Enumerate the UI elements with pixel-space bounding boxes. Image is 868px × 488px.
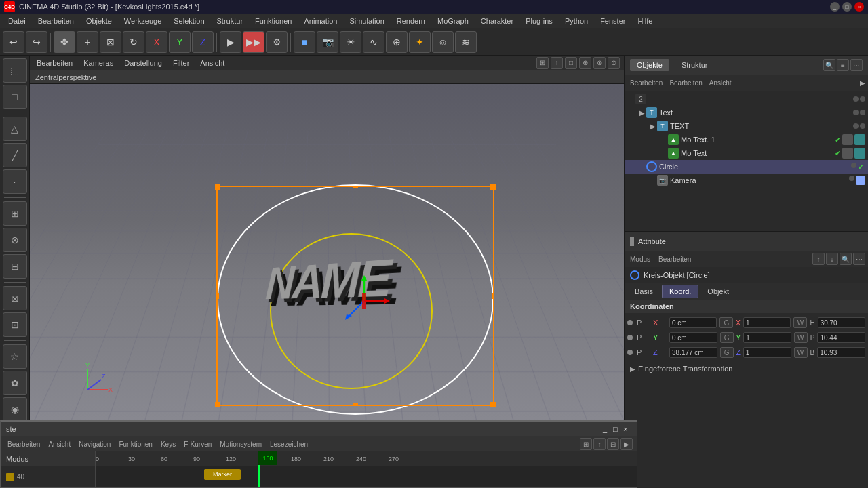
menu-hilfe[interactable]: Hilfe: [632, 16, 658, 26]
vt-filter[interactable]: Filter: [170, 58, 192, 68]
vt-bearbeiten[interactable]: Bearbeiten: [34, 58, 75, 68]
attr-search-btn[interactable]: 🔍: [840, 253, 852, 265]
obj-toolbar-ansicht[interactable]: Bearbeiten: [667, 79, 705, 87]
vt-kameras[interactable]: Kameras: [81, 58, 116, 68]
menu-mograph[interactable]: MoGraph: [432, 16, 474, 26]
tree-item-TEXT[interactable]: ▶ T TEXT: [625, 119, 868, 133]
menu-objekte[interactable]: Objekte: [81, 16, 117, 26]
obj-toolbar-bearbeiten[interactable]: Bearbeiten: [627, 79, 665, 87]
polygon-button[interactable]: △: [3, 117, 27, 141]
y-axis-button[interactable]: Y: [169, 31, 191, 53]
attr-xval-input[interactable]: 1: [743, 317, 791, 328]
frozen-expand-arrow[interactable]: ▶: [630, 365, 635, 373]
attr-h-input[interactable]: 30.70: [818, 317, 865, 328]
vt-ansicht[interactable]: Ansicht: [197, 58, 227, 68]
attr-tab-basis[interactable]: Basis: [627, 285, 660, 298]
tree-item-circle[interactable]: Circle ✔: [625, 160, 868, 174]
undo-button[interactable]: ↩: [3, 31, 24, 53]
menu-fenster[interactable]: Fenster: [595, 16, 631, 26]
cube-button[interactable]: ■: [294, 31, 315, 53]
ft-navigation[interactable]: Navigation: [76, 441, 113, 448]
attr-btn-1[interactable]: ↑: [812, 253, 825, 265]
plugin2-button[interactable]: ✿: [3, 371, 27, 395]
vt-darstellung[interactable]: Darstellung: [121, 58, 165, 68]
ft-lesezeichen[interactable]: Lesezeichen: [267, 441, 311, 448]
attr-btn-2[interactable]: ↓: [826, 253, 838, 265]
tree-item-text[interactable]: ▶ T Text: [625, 106, 868, 119]
magnet-button[interactable]: ⊗: [3, 228, 27, 252]
scale-button[interactable]: ⊠: [100, 31, 121, 53]
attr-zval-input[interactable]: 1: [743, 347, 791, 358]
menu-werkzeuge[interactable]: Werkzeuge: [119, 16, 167, 26]
obj-tab-objekte[interactable]: Objekte: [630, 59, 669, 71]
ft-vb-3[interactable]: ⊟: [607, 438, 619, 450]
transform-gizmo[interactable]: [337, 274, 391, 328]
vt-btn-4[interactable]: ⊕: [579, 57, 591, 69]
light-button[interactable]: ☀: [340, 31, 361, 53]
ft-funktionen[interactable]: Funktionen: [116, 441, 155, 448]
ft-close[interactable]: ×: [623, 425, 631, 433]
attr-pz-input[interactable]: 38.177 cm: [669, 347, 717, 358]
live-select-button[interactable]: ✥: [54, 31, 75, 53]
deformer-button[interactable]: ⊕: [386, 31, 408, 53]
texture2-button[interactable]: ⊡: [3, 312, 27, 337]
ft-ansicht[interactable]: Ansicht: [45, 441, 73, 448]
edge-button[interactable]: ╱: [3, 143, 27, 167]
attr-yval-input[interactable]: 1: [743, 332, 791, 343]
character-button[interactable]: ☺: [432, 31, 454, 53]
menu-selektion[interactable]: Selektion: [168, 16, 210, 26]
menu-funktionen[interactable]: Funktionen: [250, 16, 297, 26]
move-button[interactable]: +: [77, 31, 98, 53]
menu-python[interactable]: Python: [559, 16, 593, 26]
close-button[interactable]: ×: [854, 2, 864, 12]
spline-button[interactable]: ∿: [363, 31, 384, 53]
ft-vb-4[interactable]: ▶: [620, 438, 633, 450]
ft-minimize[interactable]: _: [603, 425, 611, 433]
obj-search-btn[interactable]: 🔍: [823, 59, 835, 71]
render-view-button[interactable]: ▶: [220, 31, 241, 53]
ft-fkurven[interactable]: F-Kurven: [181, 441, 214, 448]
attr-p-input[interactable]: 10.44: [817, 332, 865, 343]
ft-vb-1[interactable]: ⊞: [580, 438, 592, 450]
ft-motionsystem[interactable]: Motionsystem: [217, 441, 264, 448]
attr-tab-koord[interactable]: Koord.: [662, 285, 698, 298]
perspective-button[interactable]: □: [3, 85, 27, 109]
vt-btn-3[interactable]: □: [565, 57, 577, 69]
render-settings-button[interactable]: ⚙: [266, 31, 288, 53]
obj-toolbar-arrow[interactable]: ▶: [860, 79, 865, 87]
menu-plugins[interactable]: Plug-ins: [520, 16, 558, 26]
view-mode-button[interactable]: ⬚: [3, 58, 27, 83]
attr-b-input[interactable]: 10.93: [817, 347, 865, 358]
mograph-button[interactable]: ✦: [409, 31, 431, 53]
x-axis-button[interactable]: X: [146, 31, 167, 53]
ft-vb-2[interactable]: ↑: [593, 438, 606, 450]
z-axis-button[interactable]: Z: [192, 31, 214, 53]
tree-item-kamera[interactable]: 📷 Kamera: [625, 174, 868, 187]
attr-tab-objekt[interactable]: Objekt: [700, 285, 736, 298]
snap-button[interactable]: ⊞: [3, 201, 27, 226]
ft-bearbeiten[interactable]: Bearbeiten: [5, 441, 43, 448]
texture-button[interactable]: ⊠: [3, 286, 27, 310]
hair-button[interactable]: ≋: [455, 31, 477, 53]
obj-extra-btn[interactable]: ⋯: [850, 59, 863, 71]
menu-charakter[interactable]: Charakter: [475, 16, 519, 26]
ft-maximize[interactable]: □: [613, 425, 621, 433]
point-button[interactable]: ·: [3, 169, 27, 194]
menu-animation[interactable]: Animation: [298, 16, 342, 26]
vt-btn-1[interactable]: ⊞: [536, 57, 549, 69]
attr-py-input[interactable]: 0 cm: [669, 332, 717, 343]
camera-button[interactable]: 📷: [317, 31, 338, 53]
plugin3-button[interactable]: ◉: [3, 397, 27, 422]
attr-modus[interactable]: Modus: [627, 256, 653, 263]
viewport-canvas[interactable]: NAME: [30, 84, 624, 420]
menu-struktur[interactable]: Struktur: [212, 16, 249, 26]
menu-simulation[interactable]: Simulation: [344, 16, 389, 26]
minimize-button[interactable]: _: [830, 2, 840, 12]
ft-marker-block[interactable]: Marker: [204, 469, 241, 480]
attr-extra-btn[interactable]: ⋯: [853, 253, 865, 265]
tree-item-motext1[interactable]: ▲ Mo Text. 1 ✔: [625, 133, 868, 146]
maximize-button[interactable]: □: [842, 2, 852, 12]
vt-btn-5[interactable]: ⊗: [593, 57, 606, 69]
tree-item-root[interactable]: 2: [625, 92, 868, 106]
obj-toolbar-filter[interactable]: Ansicht: [707, 79, 734, 87]
